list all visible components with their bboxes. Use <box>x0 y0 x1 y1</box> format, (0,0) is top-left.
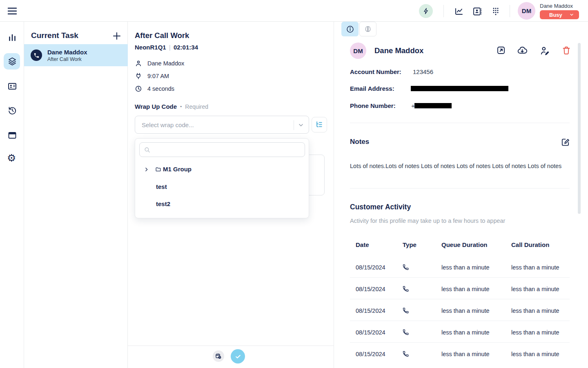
wrap-code-placeholder: Select wrap code... <box>142 121 194 128</box>
cell-date: 08/15/2024 <box>356 329 385 336</box>
person-icon <box>135 60 142 67</box>
app-screen: DM Dane Maddox Busy <box>0 0 588 368</box>
scrollbar-thumb[interactable] <box>578 43 581 214</box>
chevron-right-icon[interactable] <box>144 167 149 172</box>
edit-contact-button[interactable] <box>539 45 550 56</box>
gear-icon: ⚙ <box>7 152 16 164</box>
tab-info[interactable] <box>341 22 359 36</box>
required-dot: • <box>178 104 183 109</box>
delete-contact-button[interactable] <box>561 45 571 55</box>
option-label: test2 <box>156 200 170 207</box>
check-icon <box>234 353 242 360</box>
plug-icon <box>135 72 142 80</box>
contact-name: Dane Maddox <box>374 46 423 55</box>
dialpad-icon <box>491 7 501 16</box>
topbar: DM Dane Maddox Busy <box>0 0 588 22</box>
cloud-download-icon <box>517 45 528 56</box>
cell-queue-duration: less than a minute <box>441 329 490 336</box>
meta-start-time-row: 9:07 AM <box>135 72 169 80</box>
edit-icon <box>561 137 570 147</box>
status-dropdown-button[interactable]: Busy <box>540 10 579 19</box>
chevron-down-icon <box>298 122 304 128</box>
cell-call-duration: less than a minute <box>511 351 559 357</box>
line-chart-icon <box>454 7 464 16</box>
lightning-icon <box>422 7 430 15</box>
complete-task-button[interactable] <box>231 349 245 364</box>
hamburger-icon <box>7 7 17 16</box>
tree-view-button[interactable] <box>312 117 327 132</box>
field-row: Email Address: <box>350 85 394 92</box>
activity-row[interactable]: 08/15/2024 less than a minute less than … <box>334 347 588 364</box>
calendar-schedule-icon <box>215 353 222 359</box>
bar-chart-icon <box>7 33 17 43</box>
column-header-type: Type <box>403 241 416 248</box>
brain-icon <box>364 25 372 33</box>
current-task-panel: Current Task Dane Maddox After Call Work <box>24 22 128 368</box>
dropdown-option[interactable]: test2 <box>135 197 310 211</box>
row-divider <box>350 342 570 343</box>
dialpad-button[interactable] <box>491 7 501 16</box>
sidebar-item-settings[interactable]: ⚙ <box>7 153 16 164</box>
cell-queue-duration: less than a minute <box>441 351 490 357</box>
sidebar-item-history[interactable] <box>7 105 17 115</box>
task-name: Dane Maddox <box>47 49 87 56</box>
activity-row[interactable]: 08/15/2024 less than a minute less than … <box>334 260 588 277</box>
cell-call-duration: less than a minute <box>511 264 559 271</box>
hamburger-menu-button[interactable] <box>7 7 17 16</box>
sidebar: ⚙ <box>0 22 24 368</box>
meta-contact-row: Dane Maddox <box>135 60 184 67</box>
column-header-queue-duration: Queue Duration <box>441 241 488 248</box>
wrap-up-label-row: Wrap Up Code • Required <box>135 103 208 110</box>
phone-icon <box>402 350 409 357</box>
section-divider <box>350 188 570 188</box>
open-profile-button[interactable] <box>496 45 506 55</box>
contacts-button[interactable] <box>472 7 482 16</box>
sidebar-item-browser[interactable] <box>7 130 17 140</box>
wrap-up-label: Wrap Up Code <box>135 103 177 110</box>
column-header-call-duration: Call Duration <box>511 241 549 248</box>
field-row: Phone Number: + <box>350 102 396 109</box>
edit-notes-button[interactable] <box>561 137 570 147</box>
wrap-code-select[interactable]: Select wrap code... <box>135 116 309 134</box>
analytics-button[interactable] <box>454 7 464 16</box>
cell-call-duration: less than a minute <box>511 286 559 292</box>
schedule-button[interactable] <box>213 350 224 362</box>
row-divider <box>350 299 570 299</box>
add-task-button[interactable] <box>112 31 122 41</box>
history-icon <box>7 105 17 115</box>
cell-date: 08/15/2024 <box>356 286 385 292</box>
activity-row[interactable]: 08/15/2024 less than a minute less than … <box>334 325 588 342</box>
phone-icon <box>402 329 409 336</box>
sidebar-item-tasks[interactable] <box>7 56 17 66</box>
contact-card-icon <box>472 7 482 16</box>
task-code: NeonR1Q1 <box>135 44 166 51</box>
user-avatar[interactable]: DM <box>518 2 535 20</box>
task-list-item[interactable]: Dane Maddox After Call Work <box>24 44 128 66</box>
topbar-divider <box>510 5 510 17</box>
search-input[interactable] <box>153 143 302 156</box>
cell-call-duration: less than a minute <box>511 329 559 336</box>
window-icon <box>7 130 17 140</box>
lightning-button[interactable] <box>419 4 433 18</box>
contact-avatar: DM <box>350 43 366 59</box>
phone-icon <box>402 307 409 314</box>
task-timer: 02:01:34 <box>174 44 198 51</box>
download-button[interactable] <box>517 45 528 56</box>
column-header-date: Date <box>356 241 369 248</box>
status-label: Busy <box>549 12 562 18</box>
row-divider <box>350 321 570 321</box>
folder-icon <box>155 166 161 173</box>
clock-icon <box>135 85 142 92</box>
select-divider <box>294 120 294 130</box>
contact-panel: DM Dane Maddox Account Number: 123456 Em… <box>334 22 588 368</box>
activity-row[interactable]: 08/15/2024 less than a minute less than … <box>334 303 588 321</box>
dropdown-option-group[interactable]: M1 Group <box>135 162 310 177</box>
dropdown-search <box>139 142 305 157</box>
tab-insights[interactable] <box>359 22 376 36</box>
dropdown-option[interactable]: test <box>135 180 310 194</box>
footer-divider <box>128 346 334 346</box>
sidebar-item-contacts[interactable] <box>7 81 17 91</box>
task-code-and-timer: NeonR1Q1 | 02:01:34 <box>135 44 198 51</box>
sidebar-item-analytics[interactable] <box>7 33 17 43</box>
activity-row[interactable]: 08/15/2024 less than a minute less than … <box>334 282 588 299</box>
